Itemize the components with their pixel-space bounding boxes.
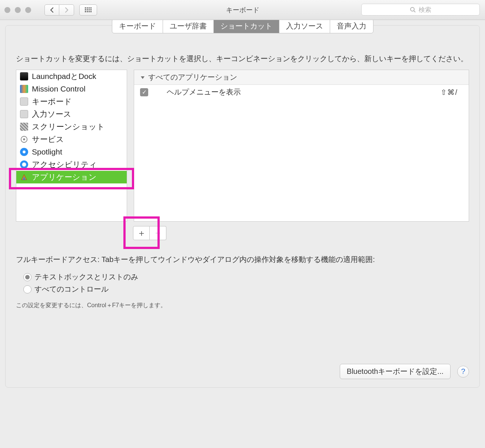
window-controls	[4, 7, 31, 13]
shortcut-group-header[interactable]: すべてのアプリケーション	[134, 70, 469, 85]
zoom-icon[interactable]	[25, 7, 31, 13]
chevron-right-icon	[64, 7, 69, 13]
search-icon	[410, 7, 416, 13]
panel: キーボード ユーザ辞書 ショートカット 入力ソース 音声入力 ショートカットを変…	[5, 25, 480, 388]
split-view: LaunchpadとDock Mission Control キーボード 入力ソ…	[16, 70, 469, 222]
tab-inputsources[interactable]: 入力ソース	[279, 19, 330, 33]
sidebar-item-label: Spotlight	[32, 147, 62, 156]
sidebar-item-applications[interactable]: アプリケーション	[16, 171, 127, 183]
tabs: キーボード ユーザ辞書 ショートカット 入力ソース 音声入力	[112, 19, 373, 33]
fka-radio-textlist[interactable]: テキストボックスとリストのみ	[23, 272, 469, 282]
shortcut-label: ヘルプメニューを表示	[167, 87, 241, 97]
search-input[interactable]: 検索	[361, 4, 480, 16]
titlebar: キーボード 検索	[0, 0, 485, 20]
radio-icon	[23, 273, 31, 281]
sidebar-item-missioncontrol[interactable]: Mission Control	[16, 83, 127, 95]
radio-label: すべてのコントロール	[34, 284, 109, 294]
content-area: キーボード ユーザ辞書 ショートカット 入力ソース 音声入力 ショートカットを変…	[0, 20, 485, 393]
bluetooth-setup-button[interactable]: Bluetoothキーボードを設定...	[340, 364, 451, 379]
tab-dictation[interactable]: 音声入力	[330, 19, 373, 33]
tab-keyboard[interactable]: キーボード	[112, 19, 163, 33]
svg-line-1	[414, 11, 415, 12]
disclosure-triangle-icon	[140, 75, 145, 80]
close-icon[interactable]	[4, 7, 10, 13]
sidebar-item-label: アプリケーション	[32, 172, 97, 182]
sidebar-item-label: アクセシビリティ	[32, 159, 97, 170]
bottom-row: Bluetoothキーボードを設定... ?	[16, 356, 469, 379]
preferences-window: キーボード 検索 キーボード ユーザ辞書 ショートカット 入力ソース 音声入力 …	[0, 0, 485, 393]
remove-shortcut-button[interactable]: −	[150, 226, 166, 240]
screenshot-icon	[20, 123, 28, 131]
sidebar-item-accessibility[interactable]: アクセシビリティ	[16, 158, 127, 171]
shortcut-keys[interactable]: ⇧⌘/	[441, 88, 458, 97]
shortcut-table: すべてのアプリケーション ✓ ヘルプメニューを表示 ⇧⌘/	[134, 70, 469, 222]
keyboard-icon	[20, 97, 28, 106]
sidebar-item-services[interactable]: サービス	[16, 133, 127, 146]
sidebar-item-label: 入力ソース	[32, 109, 72, 119]
minimize-icon[interactable]	[15, 7, 21, 13]
sidebar-item-label: スクリーンショット	[32, 122, 105, 132]
sidebar-item-inputsources[interactable]: 入力ソース	[16, 108, 127, 120]
svg-point-3	[23, 138, 25, 140]
tabbar: キーボード ユーザ辞書 ショートカット 入力ソース 音声入力	[16, 19, 469, 33]
add-remove-buttons: ＋ −	[133, 226, 166, 240]
sidebar-item-label: サービス	[32, 134, 64, 145]
fka-radio-group: テキストボックスとリストのみ すべてのコントロール	[23, 270, 469, 296]
grid-icon	[85, 7, 92, 12]
instructions-text: ショートカットを変更するには、ショートカットを選択し、キーコンビネーションをクリ…	[16, 53, 469, 64]
sidebar-item-screenshot[interactable]: スクリーンショット	[16, 120, 127, 133]
add-remove-wrap: ＋ −	[16, 226, 469, 245]
full-keyboard-access-text: フルキーボードアクセス: Tabキーを押してウインドウやダイアログ内の操作対象を…	[16, 253, 469, 265]
launchpad-icon	[20, 72, 28, 80]
shortcut-row[interactable]: ✓ ヘルプメニューを表示 ⇧⌘/	[134, 85, 469, 99]
add-shortcut-button[interactable]: ＋	[133, 226, 150, 240]
sidebar-item-label: LaunchpadとDock	[32, 71, 96, 82]
show-all-button[interactable]	[79, 4, 97, 16]
back-button[interactable]	[44, 4, 59, 16]
svg-point-0	[411, 7, 414, 11]
chevron-left-icon	[50, 7, 54, 13]
input-sources-icon	[20, 110, 28, 118]
radio-label: テキストボックスとリストのみ	[34, 272, 138, 282]
category-list: LaunchpadとDock Mission Control キーボード 入力ソ…	[16, 70, 127, 222]
sidebar-item-keyboard[interactable]: キーボード	[16, 95, 127, 108]
sidebar-item-launchpad[interactable]: LaunchpadとDock	[16, 70, 127, 83]
forward-button[interactable]	[59, 4, 74, 16]
nav-buttons	[44, 4, 74, 16]
fka-radio-all[interactable]: すべてのコントロール	[23, 284, 469, 294]
sidebar-item-label: キーボード	[32, 96, 72, 107]
spotlight-icon	[20, 148, 28, 156]
radio-icon	[23, 285, 31, 293]
sidebar-item-spotlight[interactable]: Spotlight	[16, 146, 127, 158]
applications-icon	[20, 173, 28, 181]
tab-shortcuts[interactable]: ショートカット	[214, 19, 279, 33]
sidebar-item-label: Mission Control	[32, 84, 86, 93]
gear-icon	[20, 135, 28, 143]
fka-hint: この設定を変更するには、Control＋F7キーを押します。	[16, 302, 469, 309]
shortcut-enabled-checkbox[interactable]: ✓	[140, 88, 148, 96]
shortcut-group-label: すべてのアプリケーション	[148, 72, 237, 82]
search-placeholder: 検索	[419, 6, 431, 14]
tab-userdictionary[interactable]: ユーザ辞書	[163, 19, 214, 33]
help-button[interactable]: ?	[457, 366, 469, 378]
accessibility-icon	[20, 160, 28, 169]
mission-control-icon	[20, 85, 28, 93]
